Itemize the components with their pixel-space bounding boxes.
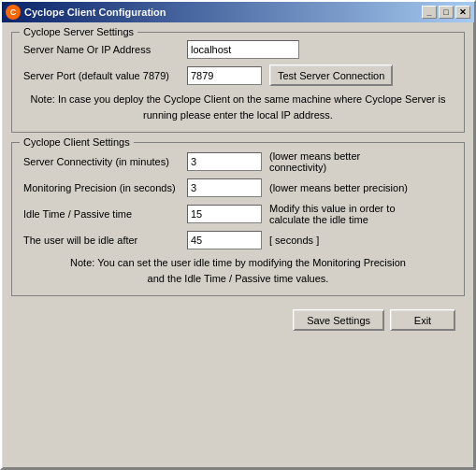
save-settings-button[interactable]: Save Settings xyxy=(293,309,384,331)
app-icon: C xyxy=(6,5,21,20)
connectivity-label: Server Connectivity (in minutes) xyxy=(23,156,187,167)
monitoring-row: Monitoring Precision (in seconds) (lower… xyxy=(23,178,453,197)
user-idle-label: The user will be idle after xyxy=(23,235,187,246)
test-connection-button[interactable]: Test Server Connection xyxy=(269,64,393,86)
client-note-line1: Note: You can set the user idle time by … xyxy=(23,255,453,271)
server-settings-title: Cyclope Server Settings xyxy=(20,26,137,37)
server-name-label: Server Name Or IP Address xyxy=(23,44,187,55)
monitoring-label: Monitoring Precision (in seconds) xyxy=(23,182,187,193)
title-bar-buttons: _ □ ✕ xyxy=(422,6,470,19)
server-port-row: Server Port (default value 7879) Test Se… xyxy=(23,64,453,86)
main-window: C Cyclope Client Configuration _ □ ✕ CE … xyxy=(0,0,476,470)
monitoring-input[interactable] xyxy=(187,178,262,197)
server-port-label: Server Port (default value 7879) xyxy=(23,70,187,81)
server-name-row: Server Name Or IP Address xyxy=(23,40,453,59)
user-idle-input[interactable] xyxy=(187,231,262,249)
connectivity-note: (lower means better connectivity) xyxy=(269,150,419,173)
client-note-line2: and the Idle Time / Passive time values. xyxy=(23,271,453,287)
client-settings-title: Cyclope Client Settings xyxy=(20,136,134,148)
window-title: Cyclope Client Configuration xyxy=(24,7,422,18)
client-settings-group: Cyclope Client Settings Server Connectiv… xyxy=(11,142,465,296)
user-idle-row: The user will be idle after [ seconds ] xyxy=(23,231,453,249)
idle-row: Idle Time / Passive time Modify this val… xyxy=(23,203,453,225)
server-name-input[interactable] xyxy=(187,40,299,59)
close-button[interactable]: ✕ xyxy=(455,6,470,19)
title-bar: C Cyclope Client Configuration _ □ ✕ xyxy=(2,2,474,22)
user-idle-note: [ seconds ] xyxy=(269,235,319,246)
client-note: Note: You can set the user idle time by … xyxy=(23,255,453,286)
window-content: CE Cyclope Server Settings Server Name O… xyxy=(2,22,474,344)
connectivity-input[interactable] xyxy=(187,152,262,171)
exit-button[interactable]: Exit xyxy=(390,309,455,331)
server-port-input[interactable] xyxy=(187,66,262,85)
idle-label: Idle Time / Passive time xyxy=(23,208,187,220)
bottom-buttons: Save Settings Exit xyxy=(11,306,465,335)
idle-input[interactable] xyxy=(187,205,262,223)
server-note: Note: In case you deploy the Cyclope Cli… xyxy=(23,92,453,122)
monitoring-note: (lower means better precision) xyxy=(269,182,408,193)
maximize-button[interactable]: □ xyxy=(439,6,454,19)
server-settings-group: Cyclope Server Settings Server Name Or I… xyxy=(11,32,465,133)
minimize-button[interactable]: _ xyxy=(422,6,437,19)
idle-note: Modify this value in order to calculate … xyxy=(269,203,419,225)
connectivity-row: Server Connectivity (in minutes) (lower … xyxy=(23,150,453,173)
